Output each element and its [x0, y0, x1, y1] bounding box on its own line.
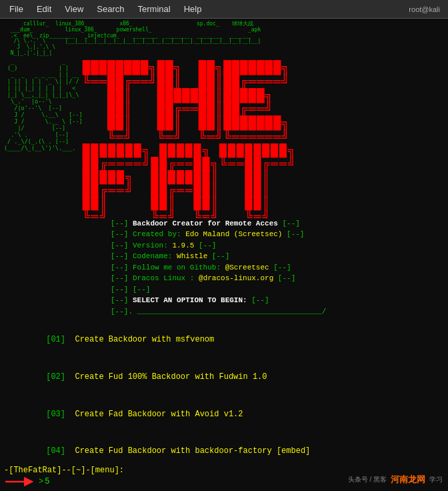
menu-item-03: [03] Create Fad Backdoor with Avoid v1.2 — [17, 396, 444, 433]
menu-item-02: [02] Create Fud 100% Backdoor with Fudwi… — [17, 358, 444, 396]
watermark-sub: 学习 — [429, 475, 443, 484]
info-line-9: [--]. __________________________________… — [111, 308, 326, 316]
menu-file[interactable]: File — [3, 3, 30, 15]
menu-terminal[interactable]: Terminal — [131, 3, 177, 15]
info-line-1: [--] Backdoor Creator for Remote Acces [… — [111, 219, 300, 227]
menu-help[interactable]: Help — [177, 3, 209, 15]
watermark: 头条号 / 黑客 河南龙网 学习 — [348, 474, 443, 486]
info-line-2: [--] Created by: Edo Maland (Screetsec) … — [111, 230, 304, 238]
menubar: File Edit View Search Terminal Help root… — [0, 0, 448, 19]
terminal-area: calllur_ linux_386_ x86_ sp.doc_ 球球大战 __… — [0, 19, 448, 491]
menu-view[interactable]: View — [58, 3, 90, 15]
info-line-3: [--] Version: 1.9.5 [--] — [111, 241, 216, 250]
info-line-8: [--] SELECT AN OPTION TO BEGIN: [--] — [111, 296, 269, 304]
menu-search[interactable]: Search — [90, 3, 131, 15]
menu-item-01: [01] Create Backdoor with msfvenom — [17, 321, 444, 358]
info-line-4: [--] Codename: Whistle [--] — [111, 252, 229, 260]
prompt-arrow-char: > — [39, 477, 43, 486]
ascii-art-top: calllur_ linux_386_ x86_ sp.doc_ 球球大战 __… — [4, 21, 444, 57]
ascii-left-art: _ _ (_) | | _ _ _ _ __ | | __ | || | | |… — [4, 58, 83, 223]
info-section: [--] Backdoor Creator for Remote Acces [… — [111, 218, 444, 318]
window-title: root@kali — [409, 5, 445, 13]
prompt-input-field[interactable] — [45, 477, 65, 486]
ascii-center-banner: ████████╗██╗ ██╗███████╗ ╚══██╔══╝██║ ██… — [83, 58, 444, 223]
banner-container: _ _ (_) | | _ _ _ _ __ | | __ | || | | |… — [4, 58, 444, 223]
info-line-7: [--] [--] — [111, 286, 150, 294]
arrow-prompt-icon — [4, 476, 36, 487]
watermark-brand: 河南龙网 — [391, 474, 425, 486]
info-line-6: [--] Dracos Linux : @dracos-linux.org [-… — [111, 274, 295, 282]
menu-edit[interactable]: Edit — [30, 3, 58, 15]
info-line-5: [--] Follow me on Github: @Screetsec [--… — [111, 264, 291, 272]
watermark-qq: 头条号 / 黑客 — [348, 475, 387, 484]
